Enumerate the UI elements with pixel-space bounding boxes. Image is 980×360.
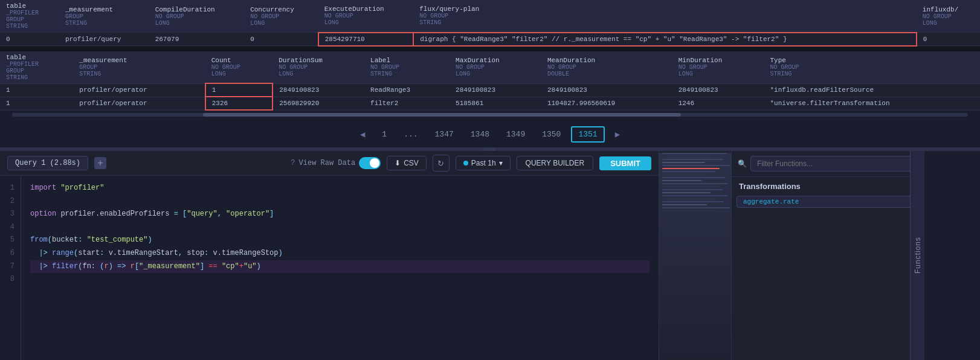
th-influxdb: influxdb/ NO GROUP LONG bbox=[917, 0, 980, 33]
help-icon[interactable]: ? bbox=[291, 159, 295, 167]
th-execute: ExecuteDuration NO GROUP LONG bbox=[318, 0, 413, 33]
search-icon: 🔍 bbox=[738, 159, 747, 169]
cell-t2r1c0: 1 bbox=[0, 83, 73, 97]
filter-input-area: 🔍 bbox=[732, 151, 924, 177]
query-tab-label: Query 1 (2.88s) bbox=[15, 159, 80, 167]
scrollbar-thumb[interactable] bbox=[203, 113, 681, 117]
cell-t2r2c0: 1 bbox=[0, 97, 73, 110]
code-line-4 bbox=[30, 221, 650, 234]
page-button-1351[interactable]: 1351 bbox=[571, 126, 604, 143]
horizontal-scrollbar[interactable] bbox=[0, 111, 980, 121]
view-raw-data-label: View Raw Data bbox=[299, 159, 356, 167]
code-line-7: |> filter(fn: (r) => r["_measurement"] =… bbox=[30, 260, 650, 274]
table-section: table _PROFILER GROUP STRING _measuremen… bbox=[0, 0, 980, 111]
th-table: table _PROFILER GROUP STRING bbox=[0, 0, 59, 33]
cell-t2r1c3: 2849100823 bbox=[272, 83, 364, 97]
aggregate-rate-chip[interactable]: aggregate.rate bbox=[737, 196, 920, 208]
query-builder-label: QUERY BUILDER bbox=[526, 159, 585, 167]
page-button-1348[interactable]: 1348 bbox=[464, 127, 496, 142]
csv-label: CSV bbox=[404, 159, 419, 167]
page-button-1349[interactable]: 1349 bbox=[500, 127, 532, 142]
thumbnail-image bbox=[659, 153, 731, 360]
cell-t2r2c1: profiler/operator bbox=[73, 97, 205, 110]
line-num-1: 1 bbox=[6, 182, 15, 195]
page-button-1347[interactable]: 1347 bbox=[428, 127, 460, 142]
cell-t1r1c0: 0 bbox=[0, 33, 59, 46]
cell-t2r1c4: ReadRange3 bbox=[364, 83, 450, 97]
table2-header-row: table _PROFILER GROUP STRING _measuremen… bbox=[0, 51, 980, 84]
pagination: ◀ 1 ... 1347 1348 1349 1350 1351 ▶ bbox=[0, 121, 980, 147]
line-num-5: 5 bbox=[6, 234, 15, 247]
right-panel: 🔍 Transformations aggregate.rate Functio… bbox=[731, 151, 924, 360]
th-flux: flux/query-plan NO GROUP STRING bbox=[413, 0, 917, 33]
time-range-button[interactable]: Past 1h ▾ bbox=[456, 156, 511, 170]
line-num-4: 4 bbox=[6, 221, 15, 234]
th2-type: Type NO GROUP STRING bbox=[764, 51, 981, 84]
line-num-8: 8 bbox=[6, 273, 15, 286]
raw-data-toggle[interactable] bbox=[359, 157, 381, 169]
code-content[interactable]: import "profiler" option profiler.enable… bbox=[21, 176, 659, 360]
query-builder-button[interactable]: QUERY BUILDER bbox=[517, 156, 594, 170]
thumbnail-area bbox=[659, 151, 731, 360]
table-row: 0 profiler/query 267079 0 2854297710 dig… bbox=[0, 33, 980, 46]
functions-tab-label: Functions bbox=[914, 237, 922, 274]
download-icon: ⬇ bbox=[395, 159, 401, 167]
submit-button[interactable]: SUBMIT bbox=[599, 156, 651, 170]
code-line-6: |> range(start: v.timeRangeStart, stop: … bbox=[30, 247, 650, 260]
toggle-knob bbox=[370, 158, 379, 168]
table-row: 1 profiler/operator 1 2849100823 ReadRan… bbox=[0, 83, 980, 97]
line-num-2: 2 bbox=[6, 195, 15, 208]
code-line-1: import "profiler" bbox=[30, 182, 650, 195]
cell-t2r1c5: 2849100823 bbox=[450, 83, 541, 97]
th-concurrency: Concurrency NO GROUP LONG bbox=[244, 0, 318, 33]
view-raw-data-group: ? View Raw Data bbox=[291, 157, 381, 169]
cell-t1r1c4: 2854297710 bbox=[318, 33, 413, 46]
th2-label: Label NO GROUP STRING bbox=[364, 51, 450, 84]
editor-area: Query 1 (2.88s) + ? View Raw Data ⬇ CSV bbox=[0, 151, 659, 360]
cell-t2r1c6: 2849100823 bbox=[541, 83, 672, 97]
line-num-3: 3 bbox=[6, 208, 15, 221]
page-button-1[interactable]: 1 bbox=[375, 127, 393, 142]
transformations-title: Transformations bbox=[732, 177, 924, 193]
query-tab[interactable]: Query 1 (2.88s) bbox=[7, 156, 88, 170]
line-num-6: 6 bbox=[6, 247, 15, 260]
code-editor[interactable]: 1 2 3 4 5 6 7 8 import "profiler" option… bbox=[0, 176, 659, 360]
page-ellipsis: ... bbox=[397, 127, 424, 142]
refresh-icon: ↻ bbox=[437, 159, 444, 168]
th2-count: Count NO GROUP LONG bbox=[205, 51, 273, 84]
th2-mean: MeanDuration NO GROUP DOUBLE bbox=[541, 51, 672, 84]
code-line-3: option profiler.enabledProfilers = ["que… bbox=[30, 208, 650, 221]
th2-table: table _PROFILER GROUP STRING bbox=[0, 51, 73, 84]
code-line-2 bbox=[30, 195, 650, 208]
cell-t2r2c7: 1246 bbox=[672, 97, 764, 110]
editor-toolbar: Query 1 (2.88s) + ? View Raw Data ⬇ CSV bbox=[0, 151, 659, 176]
cell-t2r2c8: *universe.filterTransformation bbox=[764, 97, 981, 110]
cell-t2r1c7: 2849100823 bbox=[672, 83, 764, 97]
cell-t1r1c2: 267079 bbox=[149, 33, 244, 46]
prev-page-button[interactable]: ◀ bbox=[353, 126, 372, 143]
code-line-5: from(bucket: "test_compute") bbox=[30, 234, 650, 247]
section-divider bbox=[0, 47, 980, 51]
csv-button[interactable]: ⬇ CSV bbox=[387, 156, 427, 170]
data-table-1: table _PROFILER GROUP STRING _measuremen… bbox=[0, 0, 980, 47]
scrollbar-track[interactable] bbox=[12, 113, 968, 117]
th-compile: CompileDuration NO GROUP LONG bbox=[149, 0, 244, 33]
cell-t2r2c2: 2326 bbox=[205, 97, 273, 110]
filter-functions-input[interactable] bbox=[750, 156, 918, 172]
cell-t2r2c3: 2569829920 bbox=[272, 97, 364, 110]
chevron-down-icon: ▾ bbox=[499, 159, 503, 167]
cell-t2r1c1: profiler/operator bbox=[73, 83, 205, 97]
data-table-2: table _PROFILER GROUP STRING _measuremen… bbox=[0, 51, 980, 111]
add-query-button[interactable]: + bbox=[94, 157, 106, 169]
cell-t2r2c6: 1104827.996560619 bbox=[541, 97, 672, 110]
circle-icon bbox=[463, 159, 468, 167]
refresh-button[interactable]: ↻ bbox=[433, 155, 450, 172]
main-container: table _PROFILER GROUP STRING _measuremen… bbox=[0, 0, 980, 360]
functions-tab[interactable]: Functions bbox=[910, 151, 924, 360]
page-button-1350[interactable]: 1350 bbox=[535, 127, 567, 142]
cell-t2r1c2: 1 bbox=[205, 83, 273, 97]
submit-label: SUBMIT bbox=[610, 159, 640, 168]
th2-max: MaxDuration NO GROUP LONG bbox=[450, 51, 541, 84]
next-page-button[interactable]: ▶ bbox=[608, 126, 627, 143]
th-measurement: _measurement GROUP STRING bbox=[59, 0, 149, 33]
